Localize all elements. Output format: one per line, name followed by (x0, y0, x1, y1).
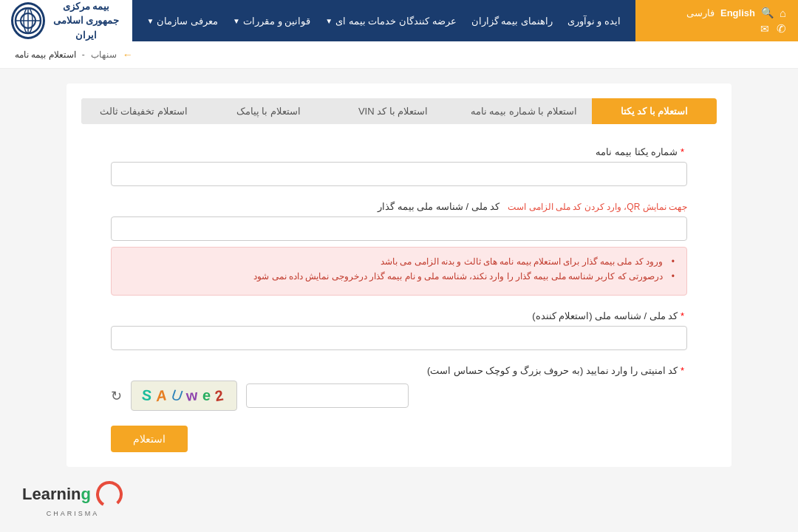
contact-icons-row: ✆ ✉ (686, 22, 786, 35)
inquiry-form: * شماره یکتا بیمه نامه جهت نمایش QR، وار… (81, 146, 717, 452)
national-id-label: جهت نمایش QR، وارد کردن کد ملی الزامی اس… (111, 201, 687, 212)
breadcrumb-arrow-icon: ← (123, 49, 133, 61)
national-id-input[interactable] (111, 216, 687, 241)
form-group-captcha: * کد امنیتی را وارد نمایید (به حروف بزرگ… (111, 365, 687, 411)
tab-discount[interactable]: استعلام تخفیفات ثالث (81, 98, 206, 124)
email-icon[interactable]: ✉ (760, 23, 769, 35)
breadcrumb-separator: - (82, 50, 85, 60)
logo-icon (11, 2, 45, 39)
lang-farsi[interactable]: فارسی (686, 7, 715, 18)
yekta-label: * شماره یکتا بیمه نامه (111, 146, 687, 157)
captcha-image: 2 e w U A S (131, 381, 237, 411)
svg-point-5 (95, 480, 123, 482)
captcha-label: * کد امنیتی را وارد نمایید (به حروف بزرگ… (111, 365, 687, 376)
phone-icon[interactable]: ✆ (777, 22, 786, 35)
national-id-required-msg: جهت نمایش QR، وارد کردن کد ملی الزامی اس… (508, 202, 687, 212)
tab-yekta[interactable]: استعلام با کد یکتا (592, 98, 717, 124)
captcha-text: 2 e w U A S (142, 387, 226, 404)
refresh-captcha-icon[interactable]: ↻ (111, 388, 122, 404)
inquirer-required-star: * (681, 310, 684, 321)
chevron-down-icon: ▼ (147, 17, 154, 25)
nav-item-org[interactable]: معرفی سازمان ▼ (147, 16, 219, 27)
home-icon[interactable]: ⌂ (780, 7, 786, 19)
national-id-inquirer-label: * کد ملی / شناسه ملی (استعلام کننده) (111, 310, 687, 321)
info-bullet-1: ورود کد ملی بیمه گذار برای استعلام بیمه … (123, 256, 675, 267)
captcha-required-star: * (681, 365, 684, 376)
breadcrumb-parent[interactable]: سنهاب (91, 50, 117, 60)
nav-item-insurance-services[interactable]: عرضه کنندگان خدمات بیمه ای ▼ (325, 16, 456, 27)
nav-item-ideas[interactable]: ایده و نوآوری (567, 16, 621, 27)
breadcrumb-current: استعلام بیمه نامه (15, 50, 76, 60)
form-group-national-id: جهت نمایش QR، وارد کردن کد ملی الزامی اس… (111, 201, 687, 296)
yekta-input[interactable] (111, 162, 687, 186)
info-bullet-2: درصورتی که کاربر شناسه ملی بیمه گذار را … (123, 271, 675, 282)
chevron-down-icon: ▼ (325, 17, 332, 25)
nav-item-insured-guide[interactable]: راهنمای بیمه گزاران (471, 16, 553, 27)
yekta-required-star: * (681, 146, 684, 157)
chevron-down-icon: ▼ (233, 17, 240, 25)
lang-english[interactable]: English (720, 7, 755, 18)
national-id-info-box: ورود کد ملی بیمه گذار برای استعلام بیمه … (111, 247, 687, 296)
form-group-yekta: * شماره یکتا بیمه نامه (111, 146, 687, 186)
nav-item-laws[interactable]: قوانین و مقررات ▼ (233, 16, 310, 27)
form-group-national-id-inquirer: * کد ملی / شناسه ملی (استعلام کننده) (111, 310, 687, 350)
top-nav: ⌂ 🔍 English فارسی ✆ ✉ ایده و نوآوری راهن… (0, 0, 798, 41)
search-icon[interactable]: 🔍 (761, 7, 774, 18)
submit-row: استعلام (111, 426, 687, 452)
inquiry-tabs: استعلام با کد یکتا استعلام با شماره بیمه… (81, 98, 717, 124)
learning-c-icon (95, 480, 123, 482)
breadcrumb: ← سنهاب - استعلام بیمه نامه (0, 41, 798, 69)
national-id-inquirer-input[interactable] (111, 326, 687, 350)
logo-text: بیمه مرکزی جمهوری اسلامی ایران (52, 0, 120, 42)
top-nav-lang-row: ⌂ 🔍 English فارسی (686, 7, 786, 19)
tab-policy-number[interactable]: استعلام با شماره بیمه نامه (456, 98, 592, 124)
tab-sms[interactable]: استعلام با پیامک (206, 98, 331, 124)
captcha-row: 2 e w U A S ↻ (111, 381, 687, 411)
submit-button[interactable]: استعلام (111, 426, 188, 452)
captcha-input[interactable] (246, 383, 409, 408)
top-nav-orange-block: ⌂ 🔍 English فارسی ✆ ✉ (635, 0, 798, 41)
tab-vin[interactable]: استعلام با کد VIN (331, 98, 456, 124)
footer-logo: Learning CHARISMA (22, 480, 123, 482)
nav-menu: ایده و نوآوری راهنمای بیمه گزاران عرضه ک… (132, 0, 636, 41)
logo-area: بیمه مرکزی جمهوری اسلامی ایران (0, 0, 132, 41)
main-content: استعلام با کد یکتا استعلام با شماره بیمه… (66, 83, 732, 467)
